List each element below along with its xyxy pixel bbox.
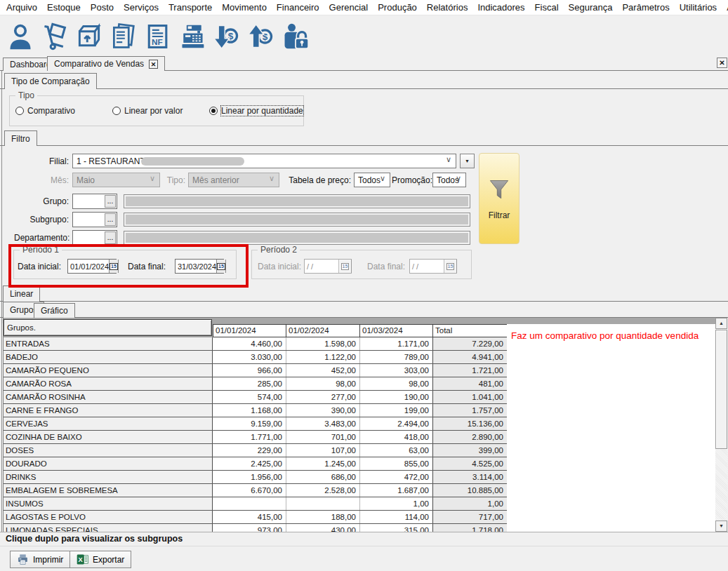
group-name-cell: CERVEJAS — [4, 417, 213, 430]
table-row[interactable]: LAGOSTAS E POLVO415,00188,00114,00717,00 — [4, 511, 507, 524]
nf-invoice-icon[interactable]: NF — [144, 21, 172, 52]
table-row[interactable]: EMBALAGEM E SOBREMESA6.670,002.528,001.6… — [4, 484, 507, 497]
departamento-input[interactable]: ... — [72, 230, 117, 246]
menu-item[interactable]: Fiscal — [530, 0, 564, 15]
tab-comparativo-de-vendas[interactable]: Comparativo de Vendas ✕ — [47, 56, 165, 71]
menu-item[interactable]: Indicadores — [472, 0, 529, 15]
calendar-button[interactable]: 15 — [216, 260, 225, 273]
user-lock-icon[interactable] — [282, 21, 310, 52]
radio-icon[interactable] — [112, 107, 121, 115]
grupo-browse-button[interactable]: ... — [105, 195, 116, 208]
tab-tipo-de-comparacao[interactable]: Tipo de Comparação — [4, 73, 97, 89]
radio-option[interactable]: Linear por valor — [112, 106, 183, 116]
data-final-input-2: / / 15 — [409, 259, 457, 274]
invoice-icon[interactable] — [110, 21, 138, 52]
group-name-cell: EMBALAGEM E SOBREMESA — [4, 484, 213, 497]
value-cell: 3.483,00 — [286, 417, 360, 430]
column-header[interactable]: 01/02/2024 — [286, 324, 360, 337]
tabela-preco-select[interactable]: Todos ∨ — [354, 173, 390, 187]
money-up-icon[interactable]: $ — [247, 21, 275, 52]
menu-item[interactable]: Segurança — [564, 0, 618, 15]
table-row[interactable]: CAMARÃO ROSINHA574,00277,00190,001.041,0… — [4, 391, 507, 404]
filtrar-button[interactable]: Filtrar — [479, 153, 519, 244]
value-cell: 2.890,00 — [433, 431, 507, 443]
menu-item[interactable]: Financeiro — [272, 0, 324, 15]
value-cell: 1,00 — [360, 497, 433, 510]
exportar-button[interactable]: X Exportar — [70, 551, 131, 568]
table-row[interactable]: DOSES229,00107,0063,00399,00 — [4, 444, 507, 457]
menu-item[interactable]: Arquivo — [1, 0, 42, 15]
menu-item[interactable]: Relatórios — [422, 0, 473, 15]
menu-item[interactable]: Utilitários — [675, 0, 722, 15]
close-tab-icon[interactable]: ✕ — [149, 60, 158, 69]
calendar-button[interactable]: 15 — [109, 260, 118, 273]
tab-filtro[interactable]: Filtro — [4, 130, 37, 146]
scrollbar-thumb[interactable] — [715, 330, 727, 449]
chevron-down-icon: ∨ — [456, 174, 461, 183]
user-icon[interactable] — [6, 21, 34, 52]
column-header[interactable]: 01/01/2024 — [213, 324, 286, 337]
menu-item[interactable]: Transporte — [164, 0, 217, 15]
menu-item[interactable]: Produção — [373, 0, 422, 15]
menu-item[interactable]: Parâmetros — [617, 0, 674, 15]
table-row[interactable]: DOURADO2.425,001.245,00855,004.525,00 — [4, 457, 507, 471]
table-row[interactable]: BADEJO3.030,001.122,00789,004.941,00 — [4, 351, 507, 364]
table-row[interactable]: CAMARÃO ROSA285,0098,0098,00481,00 — [4, 377, 507, 391]
radio-option[interactable]: Linear por quantidade — [209, 106, 303, 116]
calendar-button: 15 — [338, 260, 351, 273]
table-row[interactable]: COZINHA DE BAIXO1.771,00701,00418,002.89… — [4, 431, 507, 444]
scroll-down-icon[interactable]: ▼ — [715, 520, 727, 532]
calendar-icon: 15 — [217, 263, 225, 270]
data-inicial-value: 01/01/2024 — [68, 262, 109, 271]
grupo-description-field — [124, 194, 470, 208]
data-inicial-input[interactable]: 01/01/2024 15 — [67, 259, 117, 274]
table-row[interactable]: CERVEJAS9.159,003.483,002.494,0015.136,0… — [4, 417, 507, 431]
column-header-total[interactable]: Total — [433, 324, 507, 337]
table-row[interactable]: CARNE E FRANGO1.168,00390,00199,001.757,… — [4, 404, 507, 417]
cash-register-icon[interactable] — [178, 21, 206, 52]
subgrupo-input[interactable]: ... — [72, 212, 117, 227]
package-icon[interactable] — [75, 21, 103, 52]
value-cell: 3.030,00 — [213, 351, 286, 363]
tab-bar: Dashboard Comparativo de Vendas ✕ ✕ — [0, 56, 728, 71]
menu-item[interactable]: Posto — [86, 0, 119, 15]
button-label: Exportar — [93, 555, 124, 565]
value-cell: 1.171,00 — [360, 337, 433, 350]
menu-item[interactable]: Gerencial — [324, 0, 373, 15]
menu-item[interactable]: Estoque — [42, 0, 86, 15]
menu-item[interactable]: Serviços — [119, 0, 164, 15]
table-row[interactable]: ENTRADAS4.460,001.598,001.171,007.229,00 — [4, 337, 507, 351]
radio-label: Linear por quantidade — [221, 106, 303, 116]
promocao-select[interactable]: Todos ∨ — [432, 173, 466, 187]
filial-dropdown-button[interactable]: ▼ — [460, 154, 475, 168]
table-row[interactable]: LIMONADAS ESPECIAIS973,00430,00315,001.7… — [4, 524, 507, 532]
radio-option[interactable]: Comparativo — [15, 106, 75, 116]
data-final-input[interactable]: 31/03/2024 15 — [175, 259, 224, 274]
close-all-tabs-icon[interactable]: ✕ — [717, 58, 727, 68]
tab-label: Dashboard — [10, 60, 51, 69]
data-final-value: / / — [410, 262, 444, 271]
filial-select[interactable]: 1 - RESTAURANTE ∨ — [72, 154, 456, 168]
mes-select: Maio ∨ — [72, 173, 160, 187]
column-header-grupos[interactable]: Grupos. — [4, 319, 212, 336]
money-down-icon[interactable]: $ — [213, 21, 241, 52]
radio-icon[interactable] — [15, 107, 24, 115]
column-header[interactable]: 01/03/2024 — [360, 324, 433, 337]
vertical-scrollbar[interactable]: ▲ ▼ — [715, 318, 727, 532]
menu-item[interactable]: Ajuda — [722, 0, 728, 15]
departamento-browse-button[interactable]: ... — [105, 231, 116, 244]
grupo-input[interactable]: ... — [72, 194, 117, 209]
imprimir-button[interactable]: Imprimir — [10, 551, 70, 568]
tab-label: Comparativo de Vendas — [54, 59, 144, 69]
groupbox-label: Tipo — [15, 90, 37, 100]
table-row[interactable]: INSUMOS1,001,00 — [4, 497, 507, 511]
table-row[interactable]: CAMARÃO PEQUENO966,00452,00303,001.721,0… — [4, 364, 507, 377]
radio-icon[interactable] — [209, 107, 218, 115]
scroll-up-icon[interactable]: ▲ — [715, 318, 727, 329]
menu-item[interactable]: Movimento — [217, 0, 272, 15]
tab-grafico[interactable]: Gráfico — [34, 303, 75, 318]
tab-linear[interactable]: Linear — [3, 286, 40, 302]
table-row[interactable]: DRINKS1.956,00686,00472,003.114,00 — [4, 471, 507, 484]
hand-truck-icon[interactable] — [41, 21, 69, 52]
subgrupo-browse-button[interactable]: ... — [105, 213, 116, 226]
